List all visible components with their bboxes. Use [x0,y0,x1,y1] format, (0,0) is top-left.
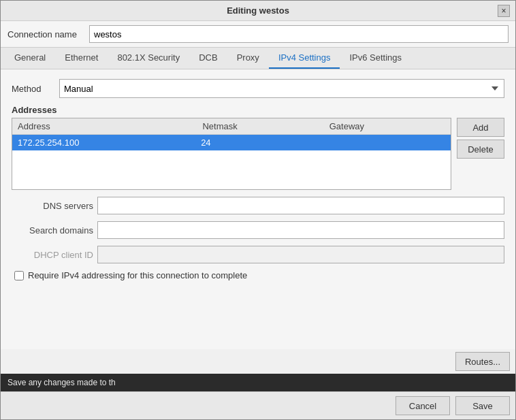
main-content: Method Manual Automatic (DHCP) Link-Loca… [1,69,515,349]
routes-row: Routes... [1,349,515,374]
tab-general[interactable]: General [5,48,55,69]
dhcp-client-id-input[interactable] [97,246,504,263]
routes-button[interactable]: Routes... [455,352,510,371]
addresses-buttons: Add Delete [457,118,504,190]
save-button[interactable]: Save [455,396,510,415]
tab-proxy[interactable]: Proxy [227,48,269,69]
tab-ethernet[interactable]: Ethernet [55,48,108,69]
require-ipv4-row: Require IPv4 addressing for this connect… [12,270,504,280]
require-ipv4-checkbox[interactable] [14,271,24,280]
method-label: Method [12,84,52,94]
table-header: Address Netmask Gateway [12,118,451,135]
addresses-section: Addresses Address Netmask Gateway 172.25… [12,105,504,190]
delete-button[interactable]: Delete [457,140,504,159]
col-gateway: Gateway [324,118,451,134]
cell-address: 172.25.254.100 [18,138,201,148]
cell-netmask: 24 [201,138,323,148]
table-row[interactable]: 172.25.254.100 24 [12,135,451,150]
col-netmask: Netmask [197,118,323,134]
search-domains-input[interactable] [97,221,504,239]
close-button[interactable]: × [498,5,510,17]
tab-dcb[interactable]: DCB [189,48,227,69]
table-body: 172.25.254.100 24 [12,135,451,189]
window-title: Editing westos [18,5,498,16]
add-button[interactable]: Add [457,118,504,137]
tab-ipv6-settings[interactable]: IPv6 Settings [340,48,411,69]
addresses-title: Addresses [12,105,504,115]
search-domains-label: Search domains [12,225,93,236]
tab-ipv4-settings[interactable]: IPv4 Settings [269,48,340,69]
method-row: Method Manual Automatic (DHCP) Link-Loca… [12,79,504,98]
bottom-area: Routes... Save any changes made to th Ca… [1,349,515,419]
search-domains-row: Search domains [12,221,504,239]
require-ipv4-label: Require IPv4 addressing for this connect… [28,270,247,280]
tooltip-text: Save any changes made to th [7,378,116,387]
connection-name-input[interactable] [89,25,509,43]
tab-8021x-security[interactable]: 802.1X Security [108,48,189,69]
col-address: Address [12,118,197,134]
dns-servers-input[interactable] [97,197,504,214]
connection-name-label: Connection name [7,29,89,39]
dns-servers-label: DNS servers [12,201,93,211]
cancel-button[interactable]: Cancel [396,396,450,415]
addresses-table: Address Netmask Gateway 172.25.254.100 2… [12,118,451,190]
tooltip-bar: Save any changes made to th [1,374,515,391]
tabs-bar: General Ethernet 802.1X Security DCB Pro… [1,48,515,69]
addresses-container: Address Netmask Gateway 172.25.254.100 2… [12,118,504,190]
dns-servers-row: DNS servers [12,197,504,214]
dhcp-client-id-row: DHCP client ID [12,246,504,263]
connection-name-row: Connection name [1,21,515,48]
footer-buttons: Cancel Save [1,391,515,419]
method-select[interactable]: Manual Automatic (DHCP) Link-Local Only … [59,79,504,98]
dhcp-client-id-label: DHCP client ID [12,250,93,260]
cell-gateway [323,138,445,148]
titlebar: Editing westos × [1,1,515,21]
main-window: Editing westos × Connection name General… [0,0,516,420]
